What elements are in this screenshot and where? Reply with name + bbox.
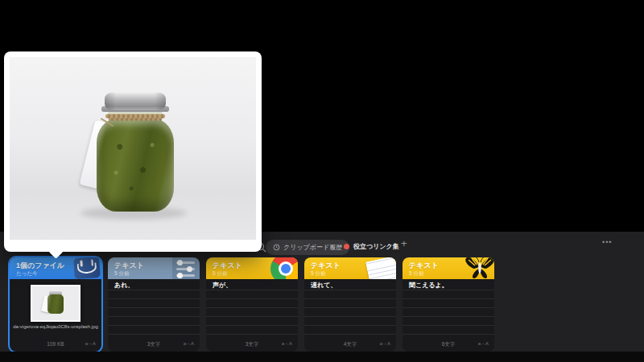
text-transform-icon: a→A [184, 341, 194, 346]
text-transform-icon: a→A [282, 341, 292, 346]
card-body: 声が、 [206, 279, 298, 340]
jar-pesto-texture [97, 119, 174, 212]
history-icon [273, 244, 280, 251]
card-timestamp: たった今 [16, 270, 37, 278]
card-snippet: 聞こえるよ。 [409, 281, 448, 290]
desktop: クリップボード履歴 役立つリンク集 + ••• 1個のファイル たった今 [0, 0, 644, 362]
card-snippet: 遅れて、 [311, 281, 336, 290]
card-snippet: 声が、 [213, 281, 232, 290]
card-timestamp: 5 分前 [213, 270, 227, 278]
butterfly-icon [464, 257, 494, 279]
file-name: da-vigerova-eqJkqau0C8s-unsplash.jpg [10, 324, 101, 329]
tab-clipboard-history[interactable]: クリップボード履歴 [266, 240, 349, 255]
card-body: あれ、 [108, 279, 200, 340]
chrome-icon [270, 257, 298, 279]
card-body: da-vigerova-eqJkqau0C8s-unsplash.jpg [10, 279, 101, 340]
jar-twine-strand [109, 118, 162, 121]
card-footer: 3文字 a→A [206, 341, 298, 349]
card-snippet: あれ、 [114, 281, 134, 290]
text-transform-icon: a→A [478, 341, 489, 346]
card-header: テキスト 5 分前 [108, 257, 200, 279]
card-footer: 3文字 a→A [108, 341, 200, 349]
card-footer: 4文字 a→A [304, 341, 396, 349]
card-body: 聞こえるよ。 [402, 279, 494, 340]
notepad-icon [365, 257, 396, 279]
panel-bottom-strip [0, 352, 644, 362]
preview-popup [4, 51, 262, 252]
card-timestamp: 5 分前 [311, 270, 325, 278]
file-thumbnail [31, 285, 80, 322]
card-header: 1個のファイル たった今 [10, 257, 101, 279]
preview-photo [10, 57, 256, 240]
settings-sliders-icon [172, 257, 200, 279]
card-header: テキスト 5 分前 [304, 257, 396, 279]
card-header: テキスト 5 分前 [206, 257, 298, 279]
card-header: テキスト 5 分前 [402, 257, 494, 279]
tab-clipboard-history-label: クリップボード履歴 [283, 243, 342, 252]
card-text-4[interactable]: テキスト 5 分前 聞こえるよ。 6文字 [402, 257, 494, 352]
card-timestamp: 5 分前 [409, 270, 423, 278]
tab-useful-links[interactable]: 役立つリンク集 [344, 242, 399, 251]
card-body: 遅れて、 [304, 279, 396, 340]
red-dot-icon [344, 244, 349, 249]
clipboard-items-row: 1個のファイル たった今 da-vigerova-eqJkqau0C8s-uns… [10, 257, 494, 352]
card-text-3[interactable]: テキスト 5 分前 遅れて、 4文字 a→A [304, 257, 396, 352]
more-options-button[interactable]: ••• [597, 237, 617, 247]
text-transform-icon: a→A [85, 341, 96, 346]
card-footer: 109 KB a→A [10, 341, 101, 349]
card-file[interactable]: 1個のファイル たった今 da-vigerova-eqJkqau0C8s-uns… [10, 257, 101, 352]
card-timestamp: 5 分前 [114, 270, 129, 278]
jar-lid [105, 93, 166, 110]
card-footer: 6文字 a→A [402, 341, 494, 349]
tab-useful-links-label: 役立つリンク集 [353, 242, 399, 251]
add-pinboard-button[interactable]: + [396, 237, 412, 250]
card-text-1[interactable]: テキスト 5 分前 あれ、 3文字 a→A [108, 257, 200, 352]
card-text-2[interactable]: テキスト 5 分前 声が、 3文字 a→A [206, 257, 298, 352]
text-transform-icon: a→A [380, 341, 390, 346]
finder-icon [73, 257, 101, 279]
